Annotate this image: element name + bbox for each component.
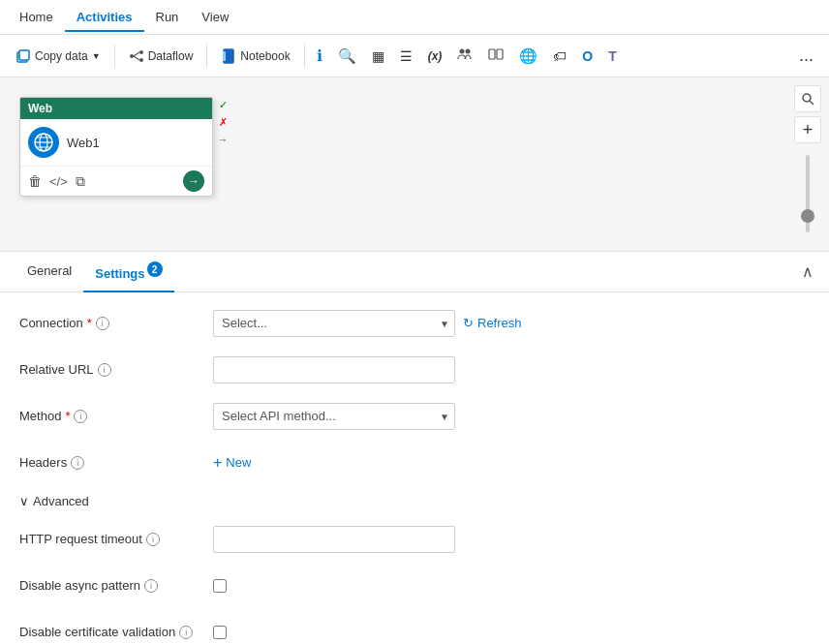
notebook-icon: [221, 48, 236, 64]
menu-item-view[interactable]: View: [190, 2, 240, 32]
people-icon: [457, 46, 473, 65]
disable-cert-control: [213, 626, 810, 639]
canvas-zoom-slider[interactable]: [806, 155, 810, 232]
method-info-icon[interactable]: i: [74, 410, 87, 423]
headers-row: Headers i + New: [19, 447, 810, 478]
app-container: Home Activities Run View Copy data ▼: [0, 0, 829, 644]
disable-async-info-icon[interactable]: i: [144, 579, 158, 593]
disable-cert-info-icon[interactable]: i: [179, 626, 193, 639]
advanced-section[interactable]: ∨ Advanced: [19, 494, 810, 508]
tag-button[interactable]: 🏷: [547, 45, 572, 68]
teams-button[interactable]: T: [602, 45, 623, 68]
error-icon: ✗: [215, 114, 230, 130]
svg-point-9: [460, 49, 465, 54]
method-row: Method * i Select API method... GET POST…: [19, 401, 810, 432]
search-toolbar-icon: 🔍: [338, 47, 356, 65]
svg-line-6: [134, 56, 139, 60]
bottom-panel: General Settings2 ∧ Connection * i: [0, 252, 829, 644]
disable-async-control: [213, 579, 810, 593]
method-select-wrapper: Select API method... GET POST PUT DELETE…: [213, 403, 455, 430]
outlook-icon: O: [582, 48, 593, 64]
panel-collapse-button[interactable]: ∧: [802, 262, 814, 281]
globe-button[interactable]: 🌐: [513, 44, 543, 69]
table-icon: ▦: [372, 48, 384, 64]
split-button[interactable]: [482, 43, 509, 69]
info-button[interactable]: ℹ: [311, 43, 328, 69]
http-timeout-input[interactable]: [213, 526, 455, 553]
method-select[interactable]: Select API method... GET POST PUT DELETE…: [213, 403, 455, 430]
toolbar-divider-2: [206, 45, 207, 68]
more-icon: ...: [799, 46, 814, 65]
method-label: Method * i: [19, 409, 213, 423]
activity-card[interactable]: Web Web1 🗑 </>: [19, 97, 213, 197]
list-icon: ☰: [400, 48, 413, 64]
tab-settings-label: Settings: [95, 266, 144, 281]
advanced-label: Advanced: [33, 494, 89, 508]
toolbar-divider-1: [114, 45, 115, 68]
canvas-slider-handle[interactable]: [801, 209, 814, 223]
svg-rect-11: [489, 49, 495, 59]
relative-url-input[interactable]: [213, 356, 455, 383]
connection-info-icon[interactable]: i: [96, 317, 109, 330]
headers-new-button[interactable]: + New: [213, 454, 251, 472]
outlook-button[interactable]: O: [576, 45, 599, 68]
toolbar: Copy data ▼ Dataflow: [0, 35, 829, 77]
menu-bar: Home Activities Run View: [0, 0, 829, 35]
refresh-label: Refresh: [477, 316, 522, 330]
copy-data-button[interactable]: Copy data ▼: [8, 45, 108, 68]
canvas-search-button[interactable]: [794, 85, 821, 112]
copy-data-label: Copy data: [35, 49, 88, 63]
svg-line-5: [134, 52, 139, 56]
people-button[interactable]: [451, 43, 478, 69]
more-button[interactable]: ...: [791, 42, 821, 70]
disable-async-row: Disable async pattern i: [19, 570, 810, 601]
tag-icon: 🏷: [553, 48, 567, 64]
advanced-chevron-icon: ∨: [19, 494, 29, 508]
clone-icon[interactable]: ⧉: [76, 173, 85, 190]
svg-point-18: [803, 94, 811, 102]
dataflow-button[interactable]: Dataflow: [121, 45, 201, 68]
svg-rect-8: [223, 51, 226, 61]
delete-icon[interactable]: 🗑: [28, 173, 42, 189]
settings-form: Connection * i Select... ▼ ↻: [0, 292, 829, 644]
relative-url-info-icon[interactable]: i: [98, 363, 111, 377]
menu-item-home[interactable]: Home: [8, 2, 65, 32]
search-toolbar-button[interactable]: 🔍: [332, 44, 362, 69]
info-icon: ℹ: [317, 46, 322, 65]
notebook-label: Notebook: [240, 49, 290, 63]
activity-globe-icon: [28, 127, 59, 158]
tab-settings-badge: 2: [147, 261, 163, 277]
notebook-button[interactable]: Notebook: [213, 45, 297, 68]
tab-settings[interactable]: Settings2: [83, 252, 173, 292]
menu-item-activities[interactable]: Activities: [65, 2, 144, 32]
refresh-button[interactable]: ↻ Refresh: [463, 316, 522, 330]
svg-point-2: [130, 54, 134, 58]
disable-cert-label: Disable certificate validation i: [19, 625, 213, 639]
canvas-zoom-in-button[interactable]: +: [794, 116, 821, 143]
svg-rect-1: [19, 50, 29, 60]
headers-info-icon[interactable]: i: [71, 456, 84, 470]
code-icon[interactable]: </>: [49, 174, 68, 189]
tab-general[interactable]: General: [15, 254, 83, 290]
svg-line-19: [810, 101, 814, 105]
variable-button[interactable]: (x): [422, 46, 448, 67]
connection-select[interactable]: Select...: [213, 310, 455, 337]
teams-icon: T: [608, 48, 617, 64]
method-required-marker: *: [65, 409, 70, 423]
toolbar-divider-3: [304, 45, 305, 68]
globe-icon: 🌐: [519, 47, 537, 65]
menu-item-run[interactable]: Run: [144, 2, 191, 32]
activity-card-body: Web1: [20, 119, 212, 166]
connect-arrow-icon[interactable]: →: [183, 170, 204, 192]
activity-name: Web1: [67, 136, 100, 150]
copy-data-icon: [15, 48, 31, 64]
http-timeout-row: HTTP request timeout i: [19, 524, 810, 555]
relative-url-control: [213, 356, 810, 383]
table-button[interactable]: ▦: [366, 45, 390, 68]
list-button[interactable]: ☰: [394, 45, 418, 68]
disable-cert-checkbox[interactable]: [213, 626, 227, 639]
http-timeout-info-icon[interactable]: i: [146, 533, 160, 546]
disable-async-checkbox[interactable]: [213, 579, 227, 593]
svg-rect-12: [497, 49, 503, 59]
disable-async-label: Disable async pattern i: [19, 578, 213, 593]
